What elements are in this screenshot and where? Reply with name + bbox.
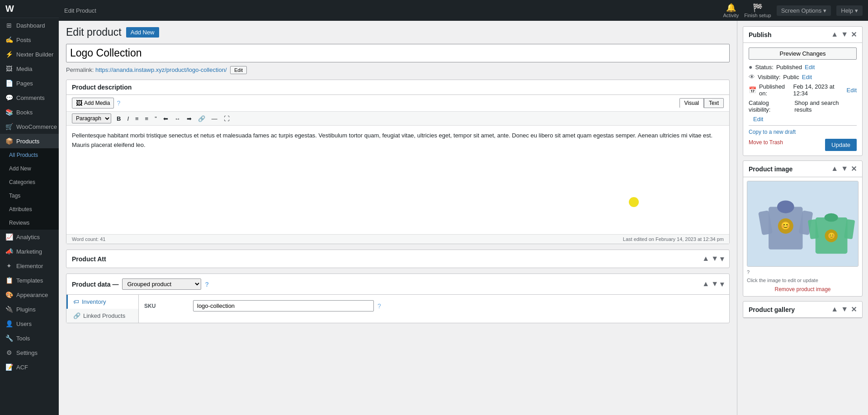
- status-edit-link[interactable]: Edit: [805, 64, 815, 71]
- sidebar-item-posts[interactable]: ✍ Posts: [0, 33, 59, 47]
- product-image-preview[interactable]: 😊 😊: [747, 181, 859, 267]
- screen-options-button[interactable]: Screen Options ▾: [777, 5, 831, 16]
- sidebar-sub-tags[interactable]: Tags: [0, 189, 59, 203]
- published-on-edit-link[interactable]: Edit: [847, 87, 857, 94]
- sidebar-item-dashboard[interactable]: ⊞ Dashboard: [0, 18, 59, 33]
- toggle-icon[interactable]: ✕: [851, 305, 857, 314]
- unordered-list-button[interactable]: ≡: [132, 114, 142, 123]
- permalink-edit-button[interactable]: Edit: [230, 66, 247, 74]
- help-button[interactable]: Help ▾: [836, 5, 863, 16]
- toggle-icon[interactable]: ▾: [720, 255, 724, 263]
- add-media-button[interactable]: 🖼 Add Media: [72, 98, 114, 108]
- sidebar-item-settings[interactable]: ⚙ Settings: [0, 345, 59, 360]
- collapse-down-icon[interactable]: ▼: [841, 165, 848, 173]
- italic-button[interactable]: I: [124, 114, 132, 123]
- sidebar-item-products[interactable]: 📦 Products: [0, 134, 59, 148]
- sidebar-item-label: Posts: [16, 37, 31, 43]
- sidebar-item-templates[interactable]: 📋 Templates: [0, 273, 59, 288]
- sub-label: Tags: [9, 193, 20, 199]
- sku-help-icon[interactable]: ?: [377, 302, 381, 310]
- move-down-icon[interactable]: ▼: [711, 255, 718, 263]
- preview-changes-button[interactable]: Preview Changes: [749, 47, 857, 60]
- description-header: Product description: [66, 80, 729, 95]
- sidebar-item-acf[interactable]: 📝 ACF: [0, 360, 59, 374]
- editor-footer: Word count: 41 Last edited on February 1…: [66, 234, 729, 244]
- svg-point-2: [777, 200, 794, 213]
- posts-icon: ✍: [5, 36, 13, 43]
- sidebar-item-plugins[interactable]: 🔌 Plugins: [0, 302, 59, 316]
- sidebar-sub-reviews[interactable]: Reviews: [0, 216, 59, 230]
- collapse-down-icon[interactable]: ▼: [841, 305, 848, 314]
- collapse-down-icon[interactable]: ▼: [841, 30, 848, 39]
- sidebar-item-media[interactable]: 🖼 Media: [0, 61, 59, 76]
- add-new-button[interactable]: Add New: [126, 27, 159, 38]
- editor-content[interactable]: Pellentesque habitant morbi tristique se…: [66, 126, 729, 234]
- inventory-tab[interactable]: 🏷 Inventory: [66, 295, 138, 309]
- sidebar-sub-add-new[interactable]: Add New: [0, 162, 59, 175]
- product-type-select[interactable]: Simple productGrouped productExternal/Af…: [122, 278, 201, 290]
- catalog-label: Catalog visibility:: [749, 99, 792, 113]
- activity-button[interactable]: 🔔 Activity: [723, 3, 739, 18]
- link-button[interactable]: 🔗: [195, 114, 208, 123]
- align-left-button[interactable]: ⬅: [160, 114, 171, 123]
- horizontal-line-button[interactable]: —: [209, 114, 220, 123]
- toggle-icon[interactable]: ✕: [851, 30, 857, 39]
- catalog-edit-link[interactable]: Edit: [753, 116, 763, 123]
- fullscreen-button[interactable]: ⛶: [221, 114, 232, 123]
- toggle-icon[interactable]: ▾: [720, 280, 724, 288]
- sidebar-logo[interactable]: W: [0, 0, 59, 18]
- remove-image-link[interactable]: Remove product image: [774, 286, 830, 292]
- permalink-url[interactable]: https://ananda.instawp.xyz/product/logo-…: [95, 66, 227, 73]
- publish-actions: Move to Trash Update: [749, 139, 857, 151]
- product-gallery-title: Product gallery: [749, 306, 795, 313]
- permalink-bar: Permalink: https://ananda.instawp.xyz/pr…: [66, 66, 730, 74]
- product-att-header[interactable]: Product Att ▲ ▼ ▾: [66, 250, 729, 268]
- help-icon[interactable]: ?: [117, 99, 120, 107]
- ordered-list-button[interactable]: ≡: [142, 114, 151, 123]
- sidebar-item-appearance[interactable]: 🎨 Appearance: [0, 288, 59, 302]
- text-tab[interactable]: Text: [704, 98, 724, 108]
- sidebar-item-marketing[interactable]: 📣 Marketing: [0, 244, 59, 259]
- bold-button[interactable]: B: [114, 114, 123, 123]
- visibility-edit-link[interactable]: Edit: [802, 74, 812, 80]
- link-icon: 🔗: [73, 312, 80, 319]
- sidebar-item-tools[interactable]: 🔧 Tools: [0, 331, 59, 345]
- align-center-button[interactable]: ↔: [172, 114, 183, 123]
- activity-icon: 🔔: [726, 3, 736, 13]
- sidebar-sub-attributes[interactable]: Attributes: [0, 203, 59, 216]
- sidebar-sub-all-products[interactable]: All Products: [0, 148, 59, 162]
- sidebar-item-label: Elementor: [16, 263, 43, 269]
- move-trash-link[interactable]: Move to Trash: [749, 139, 783, 146]
- sidebar-sub-categories[interactable]: Categories: [0, 175, 59, 189]
- align-right-button[interactable]: ➡: [184, 114, 194, 123]
- sidebar-item-label: Marketing: [16, 248, 42, 255]
- finish-setup-button[interactable]: 🏁 Finish setup: [744, 3, 771, 18]
- sidebar-item-analytics[interactable]: 📈 Analytics: [0, 230, 59, 244]
- move-up-icon[interactable]: ▲: [702, 280, 709, 288]
- paragraph-select[interactable]: Paragraph: [72, 113, 111, 123]
- blockquote-button[interactable]: ": [152, 114, 160, 123]
- sku-input[interactable]: [193, 300, 374, 311]
- product-title-input[interactable]: [66, 44, 730, 62]
- sidebar-item-books[interactable]: 📚 Books: [0, 105, 59, 119]
- collapse-up-icon[interactable]: ▲: [831, 165, 838, 173]
- sidebar-item-woocommerce[interactable]: 🛒 WooCommerce: [0, 119, 59, 134]
- toggle-icon[interactable]: ✕: [851, 165, 857, 173]
- visual-tab[interactable]: Visual: [679, 98, 704, 108]
- sidebar-item-pages[interactable]: 📄 Pages: [0, 76, 59, 90]
- product-data-help-icon[interactable]: ?: [205, 281, 209, 288]
- sidebar-item-elementor[interactable]: ✦ Elementor: [0, 259, 59, 273]
- move-down-icon[interactable]: ▼: [711, 280, 718, 288]
- publish-panel: Publish ▲ ▼ ✕ Preview Changes ● Status: …: [743, 26, 863, 156]
- sidebar-item-users[interactable]: 👤 Users: [0, 316, 59, 331]
- linked-products-tab[interactable]: 🔗 Linked Products: [66, 309, 138, 323]
- sidebar-item-comments[interactable]: 💬 Comments: [0, 90, 59, 105]
- move-up-icon[interactable]: ▲: [702, 255, 709, 263]
- sidebar-item-nexter[interactable]: ⚡ Nexter Builder: [0, 47, 59, 61]
- collapse-up-icon[interactable]: ▲: [831, 30, 838, 39]
- product-data-collapse: ▲ ▼ ▾: [702, 280, 724, 288]
- sub-label: Reviews: [9, 220, 29, 226]
- copy-draft-link[interactable]: Copy to a new draft: [749, 129, 796, 135]
- update-button[interactable]: Update: [825, 139, 857, 151]
- collapse-up-icon[interactable]: ▲: [831, 305, 838, 314]
